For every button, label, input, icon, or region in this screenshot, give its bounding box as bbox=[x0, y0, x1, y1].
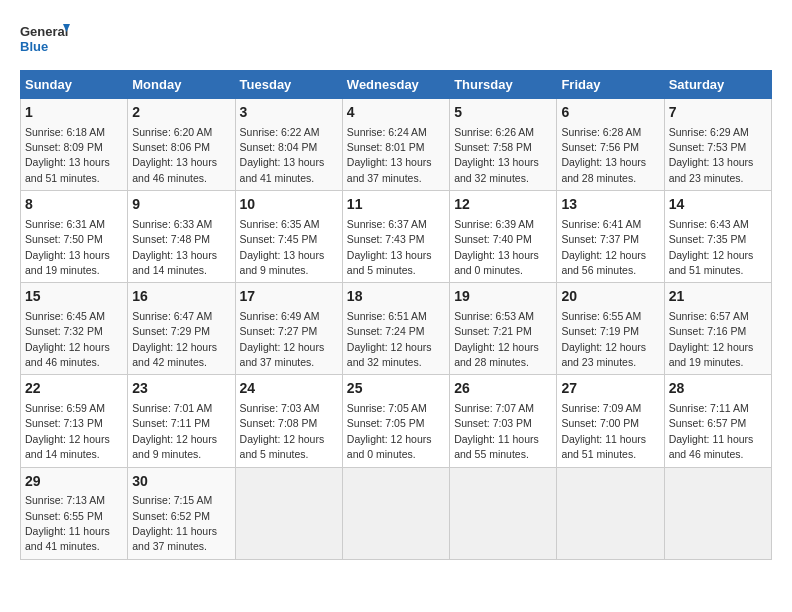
calendar-cell: 3 Sunrise: 6:22 AMSunset: 8:04 PMDayligh… bbox=[235, 99, 342, 191]
day-info: Sunrise: 6:55 AMSunset: 7:19 PMDaylight:… bbox=[561, 310, 646, 368]
day-info: Sunrise: 7:03 AMSunset: 7:08 PMDaylight:… bbox=[240, 402, 325, 460]
calendar-cell: 5 Sunrise: 6:26 AMSunset: 7:58 PMDayligh… bbox=[450, 99, 557, 191]
day-number: 15 bbox=[25, 287, 123, 307]
day-number: 13 bbox=[561, 195, 659, 215]
week-row-1: 1 Sunrise: 6:18 AMSunset: 8:09 PMDayligh… bbox=[21, 99, 772, 191]
day-number: 12 bbox=[454, 195, 552, 215]
day-info: Sunrise: 6:43 AMSunset: 7:35 PMDaylight:… bbox=[669, 218, 754, 276]
calendar-cell: 16 Sunrise: 6:47 AMSunset: 7:29 PMDaylig… bbox=[128, 283, 235, 375]
day-info: Sunrise: 6:45 AMSunset: 7:32 PMDaylight:… bbox=[25, 310, 110, 368]
calendar-cell: 17 Sunrise: 6:49 AMSunset: 7:27 PMDaylig… bbox=[235, 283, 342, 375]
calendar-cell: 29 Sunrise: 7:13 AMSunset: 6:55 PMDaylig… bbox=[21, 467, 128, 559]
day-number: 21 bbox=[669, 287, 767, 307]
calendar-cell: 28 Sunrise: 7:11 AMSunset: 6:57 PMDaylig… bbox=[664, 375, 771, 467]
calendar-cell: 23 Sunrise: 7:01 AMSunset: 7:11 PMDaylig… bbox=[128, 375, 235, 467]
day-info: Sunrise: 6:39 AMSunset: 7:40 PMDaylight:… bbox=[454, 218, 539, 276]
calendar-cell: 25 Sunrise: 7:05 AMSunset: 7:05 PMDaylig… bbox=[342, 375, 449, 467]
day-number: 18 bbox=[347, 287, 445, 307]
day-info: Sunrise: 6:59 AMSunset: 7:13 PMDaylight:… bbox=[25, 402, 110, 460]
calendar-cell bbox=[235, 467, 342, 559]
calendar-cell bbox=[557, 467, 664, 559]
calendar-cell: 20 Sunrise: 6:55 AMSunset: 7:19 PMDaylig… bbox=[557, 283, 664, 375]
day-info: Sunrise: 6:37 AMSunset: 7:43 PMDaylight:… bbox=[347, 218, 432, 276]
day-number: 2 bbox=[132, 103, 230, 123]
header-monday: Monday bbox=[128, 71, 235, 99]
calendar-cell: 22 Sunrise: 6:59 AMSunset: 7:13 PMDaylig… bbox=[21, 375, 128, 467]
calendar-cell: 11 Sunrise: 6:37 AMSunset: 7:43 PMDaylig… bbox=[342, 191, 449, 283]
page-header: General Blue bbox=[20, 20, 772, 60]
day-number: 8 bbox=[25, 195, 123, 215]
header-tuesday: Tuesday bbox=[235, 71, 342, 99]
calendar-cell: 19 Sunrise: 6:53 AMSunset: 7:21 PMDaylig… bbox=[450, 283, 557, 375]
calendar-cell: 13 Sunrise: 6:41 AMSunset: 7:37 PMDaylig… bbox=[557, 191, 664, 283]
week-row-4: 22 Sunrise: 6:59 AMSunset: 7:13 PMDaylig… bbox=[21, 375, 772, 467]
day-number: 4 bbox=[347, 103, 445, 123]
day-number: 24 bbox=[240, 379, 338, 399]
day-info: Sunrise: 7:07 AMSunset: 7:03 PMDaylight:… bbox=[454, 402, 539, 460]
day-number: 11 bbox=[347, 195, 445, 215]
week-row-3: 15 Sunrise: 6:45 AMSunset: 7:32 PMDaylig… bbox=[21, 283, 772, 375]
day-number: 17 bbox=[240, 287, 338, 307]
day-number: 26 bbox=[454, 379, 552, 399]
header-friday: Friday bbox=[557, 71, 664, 99]
week-row-5: 29 Sunrise: 7:13 AMSunset: 6:55 PMDaylig… bbox=[21, 467, 772, 559]
calendar-cell bbox=[664, 467, 771, 559]
calendar-cell: 1 Sunrise: 6:18 AMSunset: 8:09 PMDayligh… bbox=[21, 99, 128, 191]
calendar-cell: 2 Sunrise: 6:20 AMSunset: 8:06 PMDayligh… bbox=[128, 99, 235, 191]
calendar-cell: 9 Sunrise: 6:33 AMSunset: 7:48 PMDayligh… bbox=[128, 191, 235, 283]
day-number: 27 bbox=[561, 379, 659, 399]
day-info: Sunrise: 6:31 AMSunset: 7:50 PMDaylight:… bbox=[25, 218, 110, 276]
day-number: 3 bbox=[240, 103, 338, 123]
header-wednesday: Wednesday bbox=[342, 71, 449, 99]
calendar-cell: 21 Sunrise: 6:57 AMSunset: 7:16 PMDaylig… bbox=[664, 283, 771, 375]
logo-icon: General Blue bbox=[20, 20, 70, 60]
day-number: 23 bbox=[132, 379, 230, 399]
calendar-cell: 26 Sunrise: 7:07 AMSunset: 7:03 PMDaylig… bbox=[450, 375, 557, 467]
day-info: Sunrise: 6:35 AMSunset: 7:45 PMDaylight:… bbox=[240, 218, 325, 276]
day-number: 7 bbox=[669, 103, 767, 123]
logo: General Blue bbox=[20, 20, 70, 60]
calendar-cell: 14 Sunrise: 6:43 AMSunset: 7:35 PMDaylig… bbox=[664, 191, 771, 283]
day-info: Sunrise: 6:18 AMSunset: 8:09 PMDaylight:… bbox=[25, 126, 110, 184]
day-info: Sunrise: 6:29 AMSunset: 7:53 PMDaylight:… bbox=[669, 126, 754, 184]
calendar-cell: 15 Sunrise: 6:45 AMSunset: 7:32 PMDaylig… bbox=[21, 283, 128, 375]
day-number: 20 bbox=[561, 287, 659, 307]
header-sunday: Sunday bbox=[21, 71, 128, 99]
day-number: 16 bbox=[132, 287, 230, 307]
day-number: 22 bbox=[25, 379, 123, 399]
calendar-cell: 30 Sunrise: 7:15 AMSunset: 6:52 PMDaylig… bbox=[128, 467, 235, 559]
day-number: 19 bbox=[454, 287, 552, 307]
calendar-cell bbox=[450, 467, 557, 559]
day-number: 14 bbox=[669, 195, 767, 215]
day-info: Sunrise: 6:20 AMSunset: 8:06 PMDaylight:… bbox=[132, 126, 217, 184]
day-info: Sunrise: 6:28 AMSunset: 7:56 PMDaylight:… bbox=[561, 126, 646, 184]
day-info: Sunrise: 7:09 AMSunset: 7:00 PMDaylight:… bbox=[561, 402, 646, 460]
day-info: Sunrise: 6:49 AMSunset: 7:27 PMDaylight:… bbox=[240, 310, 325, 368]
calendar-cell: 6 Sunrise: 6:28 AMSunset: 7:56 PMDayligh… bbox=[557, 99, 664, 191]
calendar-cell: 4 Sunrise: 6:24 AMSunset: 8:01 PMDayligh… bbox=[342, 99, 449, 191]
day-number: 28 bbox=[669, 379, 767, 399]
day-info: Sunrise: 6:24 AMSunset: 8:01 PMDaylight:… bbox=[347, 126, 432, 184]
day-number: 6 bbox=[561, 103, 659, 123]
calendar-cell: 10 Sunrise: 6:35 AMSunset: 7:45 PMDaylig… bbox=[235, 191, 342, 283]
day-number: 1 bbox=[25, 103, 123, 123]
day-number: 9 bbox=[132, 195, 230, 215]
day-number: 10 bbox=[240, 195, 338, 215]
day-info: Sunrise: 6:41 AMSunset: 7:37 PMDaylight:… bbox=[561, 218, 646, 276]
day-info: Sunrise: 7:15 AMSunset: 6:52 PMDaylight:… bbox=[132, 494, 217, 552]
calendar-header-row: SundayMondayTuesdayWednesdayThursdayFrid… bbox=[21, 71, 772, 99]
day-number: 25 bbox=[347, 379, 445, 399]
day-info: Sunrise: 7:11 AMSunset: 6:57 PMDaylight:… bbox=[669, 402, 754, 460]
day-info: Sunrise: 6:22 AMSunset: 8:04 PMDaylight:… bbox=[240, 126, 325, 184]
calendar-cell bbox=[342, 467, 449, 559]
day-info: Sunrise: 7:13 AMSunset: 6:55 PMDaylight:… bbox=[25, 494, 110, 552]
day-number: 30 bbox=[132, 472, 230, 492]
calendar-cell: 18 Sunrise: 6:51 AMSunset: 7:24 PMDaylig… bbox=[342, 283, 449, 375]
calendar-table: SundayMondayTuesdayWednesdayThursdayFrid… bbox=[20, 70, 772, 560]
svg-text:General: General bbox=[20, 24, 68, 39]
day-info: Sunrise: 7:05 AMSunset: 7:05 PMDaylight:… bbox=[347, 402, 432, 460]
calendar-cell: 12 Sunrise: 6:39 AMSunset: 7:40 PMDaylig… bbox=[450, 191, 557, 283]
day-info: Sunrise: 6:33 AMSunset: 7:48 PMDaylight:… bbox=[132, 218, 217, 276]
calendar-cell: 7 Sunrise: 6:29 AMSunset: 7:53 PMDayligh… bbox=[664, 99, 771, 191]
day-number: 29 bbox=[25, 472, 123, 492]
